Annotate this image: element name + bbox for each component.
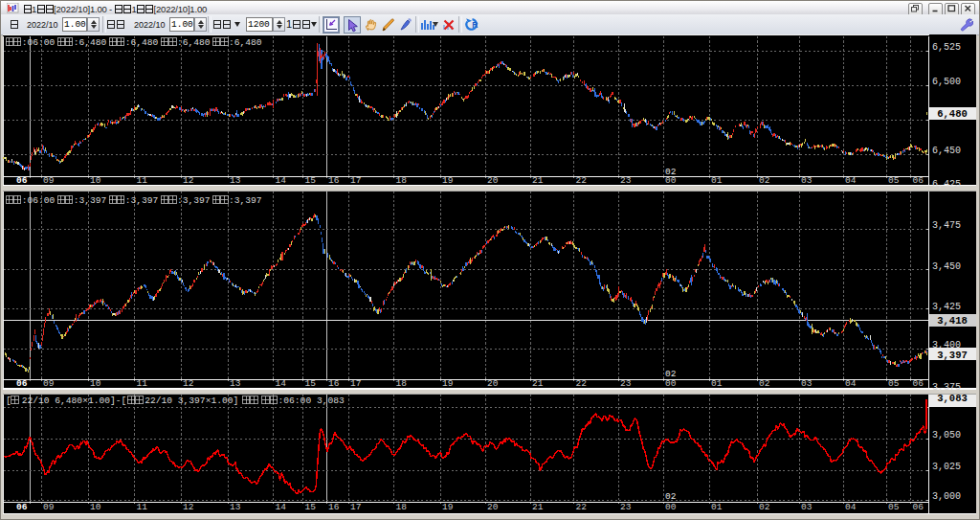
svg-text::6,480: :6,480 — [229, 37, 262, 48]
svg-text:12: 12 — [183, 502, 194, 512]
svg-text:6,525: 6,525 — [932, 42, 961, 53]
svg-text:00: 00 — [665, 502, 677, 512]
svg-text:19: 19 — [442, 502, 454, 512]
svg-text:R: R — [472, 19, 478, 29]
svg-text:13: 13 — [230, 502, 241, 512]
svg-text:15: 15 — [305, 502, 317, 512]
svg-text:21: 21 — [532, 502, 544, 512]
svg-text:3,025: 3,025 — [932, 462, 961, 472]
svg-text:23: 23 — [620, 502, 632, 512]
svg-text::06:00 3,083: :06:00 3,083 — [278, 396, 345, 406]
svg-text:09: 09 — [43, 502, 55, 512]
svg-text:[: [ — [6, 396, 11, 406]
svg-text:3,000: 3,000 — [932, 491, 961, 502]
svg-text:6,450: 6,450 — [932, 146, 961, 156]
svg-text:18: 18 — [396, 502, 408, 512]
svg-text:3,418: 3,418 — [937, 315, 968, 327]
svg-text::06:00: :06:00 — [22, 37, 56, 48]
svg-text:3,083: 3,083 — [937, 393, 968, 404]
svg-text:06: 06 — [16, 502, 28, 512]
svg-text:6,480: 6,480 — [937, 108, 968, 120]
svg-text:22: 22 — [576, 502, 588, 512]
svg-text:3,050: 3,050 — [932, 430, 961, 441]
svg-text::6,480: :6,480 — [125, 37, 159, 48]
svg-text::3,397: :3,397 — [229, 195, 262, 206]
svg-text:22/10 6,480×1.00]-[: 22/10 6,480×1.00]-[ — [22, 396, 126, 406]
svg-text:3,397: 3,397 — [937, 350, 968, 361]
svg-text:3,425: 3,425 — [932, 302, 961, 312]
svg-text::3,397: :3,397 — [74, 195, 107, 206]
svg-text:16: 16 — [328, 502, 340, 512]
svg-text::3,397: :3,397 — [177, 195, 211, 206]
svg-text:05: 05 — [888, 502, 900, 512]
svg-text:11: 11 — [137, 502, 148, 512]
svg-text::06:00: :06:00 — [22, 195, 56, 206]
svg-text::6,480: :6,480 — [74, 37, 107, 48]
svg-text:06: 06 — [913, 502, 924, 512]
svg-text:14: 14 — [276, 502, 287, 512]
svg-text::3,397: :3,397 — [125, 195, 159, 206]
svg-text:02: 02 — [665, 167, 677, 177]
svg-text::6,480: :6,480 — [177, 37, 211, 48]
svg-text:3,375: 3,375 — [932, 382, 961, 393]
svg-text:6,425: 6,425 — [932, 179, 961, 190]
svg-text:6,500: 6,500 — [932, 77, 961, 87]
svg-text:03: 03 — [801, 502, 813, 512]
svg-text:22/10 3,397×1.00]: 22/10 3,397×1.00] — [145, 396, 238, 406]
svg-text:10: 10 — [90, 502, 101, 512]
svg-text:02: 02 — [665, 491, 677, 502]
svg-text:20: 20 — [487, 502, 499, 512]
svg-text:3,450: 3,450 — [932, 261, 961, 272]
svg-text:02: 02 — [665, 369, 677, 379]
svg-text:17: 17 — [350, 502, 361, 512]
svg-text:04: 04 — [845, 502, 857, 512]
svg-text:02: 02 — [759, 502, 770, 512]
svg-text:01: 01 — [711, 502, 723, 512]
svg-text:3,475: 3,475 — [932, 220, 961, 231]
